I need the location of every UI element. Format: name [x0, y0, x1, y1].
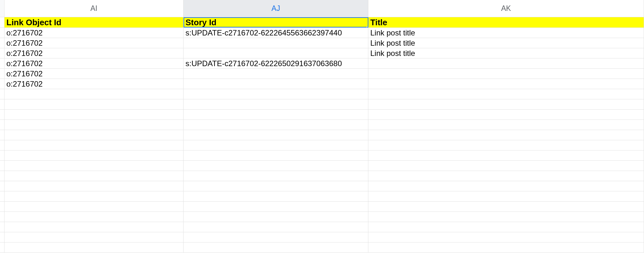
row-header[interactable]: [0, 48, 4, 58]
cell[interactable]: [184, 120, 368, 130]
cell[interactable]: [184, 150, 368, 160]
row-header[interactable]: [0, 110, 4, 119]
column-header-ai[interactable]: AI: [4, 0, 184, 17]
row-header[interactable]: [0, 140, 4, 150]
cell[interactable]: [368, 222, 644, 232]
cell[interactable]: Link post title: [368, 48, 644, 58]
cell[interactable]: o:2716702: [4, 69, 184, 79]
cell[interactable]: [184, 89, 368, 99]
cell[interactable]: [368, 79, 644, 89]
row-header[interactable]: [0, 120, 4, 130]
cell[interactable]: [4, 120, 184, 130]
cell[interactable]: [184, 130, 368, 140]
row-header[interactable]: [0, 58, 4, 68]
cell[interactable]: [368, 150, 644, 160]
cell[interactable]: [184, 38, 368, 48]
cell[interactable]: [4, 130, 184, 140]
cell[interactable]: s:UPDATE-c2716702-6222650291637063680: [184, 58, 368, 68]
table-row: o:2716702 Link post title: [0, 48, 644, 58]
row-header[interactable]: [0, 181, 4, 191]
header-cell-title[interactable]: Title: [368, 17, 644, 27]
cell[interactable]: [184, 69, 368, 79]
cell[interactable]: Link post title: [368, 38, 644, 48]
table-row: [0, 212, 644, 222]
cell[interactable]: [368, 89, 644, 99]
row-header[interactable]: [0, 130, 4, 140]
cell[interactable]: [4, 222, 184, 232]
cell[interactable]: [368, 69, 644, 79]
cell[interactable]: [368, 140, 644, 150]
cell[interactable]: [4, 202, 184, 212]
column-header-aj[interactable]: AJ: [184, 0, 368, 17]
cell[interactable]: o:2716702: [4, 38, 184, 48]
cell[interactable]: [4, 150, 184, 160]
cell[interactable]: [4, 181, 184, 191]
cell[interactable]: [184, 212, 368, 222]
cell[interactable]: o:2716702: [4, 48, 184, 58]
cell[interactable]: [184, 99, 368, 109]
row-header[interactable]: [0, 17, 4, 27]
cell[interactable]: [4, 89, 184, 99]
row-header[interactable]: [0, 28, 4, 38]
cell[interactable]: o:2716702: [4, 79, 184, 89]
cell[interactable]: [368, 171, 644, 181]
cell[interactable]: [368, 191, 644, 201]
cell[interactable]: [184, 181, 368, 191]
cell[interactable]: [4, 99, 184, 109]
row-header[interactable]: [0, 191, 4, 201]
cell[interactable]: [368, 161, 644, 171]
cell[interactable]: [184, 110, 368, 119]
cell[interactable]: s:UPDATE-c2716702-6222645563662397440: [184, 28, 368, 38]
selection-handle[interactable]: [367, 26, 368, 27]
cell[interactable]: [368, 130, 644, 140]
cell[interactable]: [184, 222, 368, 232]
cell[interactable]: [184, 191, 368, 201]
row-header[interactable]: [0, 69, 4, 79]
cell[interactable]: [4, 161, 184, 171]
cell[interactable]: [368, 232, 644, 242]
header-cell-link-object-id[interactable]: Link Object Id: [4, 17, 184, 27]
row-header[interactable]: [0, 38, 4, 48]
cell[interactable]: Link post title: [368, 28, 644, 38]
cell[interactable]: [184, 243, 368, 252]
row-header[interactable]: [0, 232, 4, 242]
cell[interactable]: [368, 181, 644, 191]
cell[interactable]: [4, 212, 184, 222]
row-header[interactable]: [0, 171, 4, 181]
cell[interactable]: [4, 232, 184, 242]
cell[interactable]: [184, 202, 368, 212]
cell[interactable]: [4, 191, 184, 201]
cell[interactable]: [184, 161, 368, 171]
cell[interactable]: [368, 99, 644, 109]
cell[interactable]: [4, 243, 184, 252]
row-header[interactable]: [0, 243, 4, 252]
cell[interactable]: [368, 243, 644, 252]
cell[interactable]: [368, 212, 644, 222]
cell[interactable]: [368, 120, 644, 130]
row-header[interactable]: [0, 212, 4, 222]
cell[interactable]: [184, 171, 368, 181]
corner-cell[interactable]: [0, 0, 4, 17]
row-header[interactable]: [0, 89, 4, 99]
row-header[interactable]: [0, 161, 4, 171]
cell[interactable]: [4, 171, 184, 181]
cell[interactable]: [184, 48, 368, 58]
header-cell-story-id[interactable]: Story Id: [184, 17, 368, 27]
cell[interactable]: [368, 58, 644, 68]
row-header[interactable]: [0, 222, 4, 232]
row-header[interactable]: [0, 150, 4, 160]
cell[interactable]: [184, 232, 368, 242]
cell[interactable]: [368, 110, 644, 119]
row-header[interactable]: [0, 79, 4, 89]
cell[interactable]: [184, 140, 368, 150]
cell[interactable]: o:2716702: [4, 28, 184, 38]
cell[interactable]: o:2716702: [4, 58, 184, 68]
column-header-ak[interactable]: AK: [368, 0, 644, 17]
cell[interactable]: [184, 79, 368, 89]
cell[interactable]: [4, 110, 184, 119]
cell[interactable]: [368, 202, 644, 212]
row-header[interactable]: [0, 99, 4, 109]
row-header[interactable]: [0, 202, 4, 212]
cell[interactable]: [4, 140, 184, 150]
table-row: [0, 99, 644, 110]
